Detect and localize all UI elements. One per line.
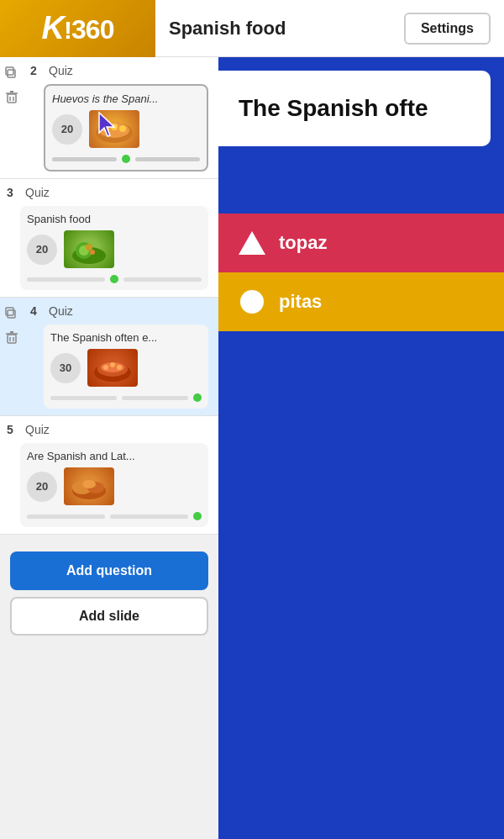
preview-area: The Spanish ofte topaz pitas <box>218 57 504 839</box>
quiz-header-5: 5 Quiz <box>0 416 218 440</box>
copy-icon-2[interactable] <box>3 64 20 81</box>
delete-icon-2[interactable] <box>3 89 20 106</box>
quiz-card-5[interactable]: Are Spanish and Lat... 20 <box>20 443 208 527</box>
header-title-area: Spanish food Settings <box>155 13 504 45</box>
svg-point-16 <box>86 244 92 251</box>
quiz-thumb-2 <box>89 110 139 148</box>
quiz-header-3: 3 Quiz <box>0 179 218 203</box>
quiz-progress-5 <box>27 512 202 520</box>
preview-question-box: The Spanish ofte <box>218 71 491 146</box>
quiz-side-icons-2 <box>0 57 24 113</box>
quiz-item-3: 3 Quiz Spanish food 20 <box>0 179 218 298</box>
answer-option-1[interactable]: topaz <box>218 214 504 272</box>
quiz-progress-2 <box>52 155 200 163</box>
quiz-row-2: 2 Quiz Huevos is the Spani... 20 <box>0 57 218 178</box>
header: K!360 Spanish food Settings <box>0 0 504 57</box>
svg-rect-2 <box>8 94 16 103</box>
circle-icon <box>240 290 264 314</box>
quiz-points-4: 30 <box>50 353 81 383</box>
quiz-row-5: 5 Quiz Are Spanish and Lat... 20 <box>0 416 218 534</box>
quiz-thumb-5 <box>64 467 114 505</box>
quiz-type-4: Quiz <box>49 304 73 318</box>
triangle-shape <box>239 230 265 256</box>
quiz-card-body-5: 20 <box>27 467 202 505</box>
svg-point-28 <box>103 365 108 370</box>
quiz-row-3: 3 Quiz Spanish food 20 <box>0 179 218 297</box>
quiz-type-5: Quiz <box>25 423 50 436</box>
quiz-card-title-3: Spanish food <box>27 213 202 225</box>
add-slide-button[interactable]: Add slide <box>10 597 208 636</box>
quiz-item-2: 2 Quiz Huevos is the Spani... 20 <box>0 57 218 179</box>
answer-option-2[interactable]: pitas <box>218 272 504 331</box>
add-question-button[interactable]: Add question <box>10 551 208 590</box>
quiz-progress-4 <box>50 393 202 402</box>
quiz-points-5: 20 <box>27 472 57 502</box>
answer-text-1: topaz <box>279 232 327 254</box>
copy-icon-4[interactable] <box>3 304 20 321</box>
quiz-row-4: 4 Quiz The Spanish often e... 30 <box>0 298 218 415</box>
quiz-side-icons-4 <box>0 298 24 353</box>
svg-point-10 <box>111 124 118 130</box>
quiz-item-5: 5 Quiz Are Spanish and Lat... 20 <box>0 416 218 535</box>
preview-answers: topaz pitas <box>218 214 504 331</box>
quiz-card-title-2: Huevos is the Spani... <box>52 92 200 105</box>
quiz-card-body-4: 30 <box>50 349 202 387</box>
svg-point-34 <box>82 480 96 488</box>
quiz-card-4[interactable]: The Spanish often e... 30 <box>44 325 208 409</box>
quiz-card-2[interactable]: Huevos is the Spani... 20 <box>44 84 208 171</box>
quiz-type-2: Quiz <box>49 64 73 77</box>
svg-point-9 <box>102 125 109 132</box>
quiz-num-5: 5 <box>7 423 20 436</box>
quiz-thumb-4 <box>87 349 138 387</box>
quiz-header-4: 4 Quiz <box>24 298 218 321</box>
sidebar: 2 Quiz Huevos is the Spani... 20 <box>0 57 218 839</box>
triangle-icon <box>239 231 265 255</box>
quiz-card-3[interactable]: Spanish food 20 <box>20 206 208 290</box>
quiz-progress-3 <box>27 275 202 283</box>
quiz-card-title-4: The Spanish often e... <box>50 331 202 344</box>
delete-icon-4[interactable] <box>3 330 20 346</box>
svg-point-30 <box>117 365 122 370</box>
settings-button[interactable]: Settings <box>404 13 491 45</box>
answer-text-2: pitas <box>279 291 322 313</box>
circle-shape <box>239 288 265 315</box>
quiz-card-title-5: Are Spanish and Lat... <box>27 450 202 462</box>
quiz-points-3: 20 <box>27 235 57 265</box>
quiz-num-4: 4 <box>30 304 44 318</box>
svg-point-11 <box>119 125 126 132</box>
quiz-thumb-3 <box>64 230 114 268</box>
quiz-item-4: 4 Quiz The Spanish often e... 30 <box>0 298 218 416</box>
sidebar-buttons: Add question Add slide <box>0 541 218 646</box>
quiz-type-3: Quiz <box>25 186 50 199</box>
quiz-card-body-2: 20 <box>52 110 200 148</box>
preview-question-text: The Spanish ofte <box>239 95 428 122</box>
logo: K!360 <box>0 0 155 57</box>
quiz-header-2: 2 Quiz <box>24 57 218 81</box>
svg-point-29 <box>110 362 115 367</box>
svg-rect-20 <box>8 335 16 343</box>
quiz-num-2: 2 <box>30 64 44 77</box>
logo-text: K!360 <box>42 10 114 46</box>
main-layout: 2 Quiz Huevos is the Spani... 20 <box>0 57 504 839</box>
svg-point-17 <box>90 250 95 255</box>
quiz-points-2: 20 <box>52 114 82 145</box>
quiz-num-3: 3 <box>7 186 20 199</box>
page-title: Spanish food <box>169 18 286 40</box>
quiz-card-body-3: 20 <box>27 230 202 268</box>
